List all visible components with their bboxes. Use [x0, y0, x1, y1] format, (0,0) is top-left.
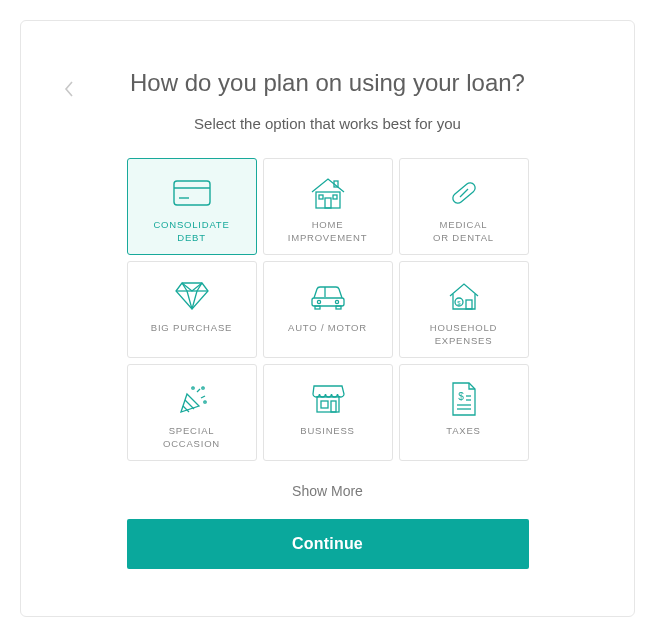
home-coin-icon: $: [444, 276, 484, 316]
option-household-expenses[interactable]: $ HOUSEHOLD EXPENSES: [399, 261, 529, 358]
svg-marker-10: [176, 283, 208, 309]
page-title: How do you plan on using your loan?: [61, 69, 594, 97]
option-label: BIG PURCHASE: [151, 322, 232, 335]
car-icon: [308, 276, 348, 316]
tax-doc-icon: $: [449, 379, 479, 419]
svg-line-24: [201, 396, 205, 398]
svg-point-25: [201, 387, 203, 389]
option-label: HOUSEHOLD EXPENSES: [430, 322, 497, 348]
svg-rect-4: [325, 198, 331, 208]
party-icon: [175, 379, 209, 419]
option-label: BUSINESS: [300, 425, 354, 438]
option-special-occasion[interactable]: SPECIAL OCCASION: [127, 364, 257, 461]
show-more-button[interactable]: Show More: [61, 483, 594, 499]
svg-rect-6: [333, 195, 337, 199]
svg-rect-29: [321, 401, 328, 408]
option-home-improvement[interactable]: HOME IMPROVEMENT: [263, 158, 393, 255]
svg-line-21: [185, 400, 194, 409]
svg-rect-13: [336, 306, 341, 309]
credit-card-icon: [173, 173, 211, 213]
svg-rect-12: [315, 306, 320, 309]
option-business[interactable]: BUSINESS: [263, 364, 393, 461]
svg-point-26: [191, 387, 193, 389]
option-label: HOME IMPROVEMENT: [288, 219, 368, 245]
svg-rect-0: [174, 181, 210, 205]
svg-text:$: $: [458, 391, 464, 402]
option-consolidate-debt[interactable]: CONSOLIDATE DEBT: [127, 158, 257, 255]
continue-button[interactable]: Continue: [127, 519, 529, 569]
pill-icon: [447, 173, 481, 213]
svg-point-14: [317, 300, 320, 303]
page-subtitle: Select the option that works best for yo…: [61, 115, 594, 132]
option-label: MEDICAL OR DENTAL: [433, 219, 494, 245]
option-auto-motor[interactable]: AUTO / MOTOR: [263, 261, 393, 358]
option-grid: CONSOLIDATE DEBT HOME IMPROVEMENT: [61, 158, 594, 461]
svg-marker-20: [181, 394, 199, 412]
option-label: TAXES: [446, 425, 480, 438]
svg-point-27: [203, 401, 205, 403]
option-taxes[interactable]: $ TAXES: [399, 364, 529, 461]
svg-line-23: [197, 389, 200, 392]
svg-text:$: $: [457, 300, 461, 306]
option-label: CONSOLIDATE DEBT: [153, 219, 229, 245]
diamond-icon: [174, 276, 210, 316]
back-button[interactable]: [59, 79, 79, 99]
svg-rect-5: [319, 195, 323, 199]
svg-point-15: [335, 300, 338, 303]
chevron-left-icon: [63, 80, 75, 98]
svg-rect-30: [331, 401, 336, 412]
svg-rect-17: [466, 300, 472, 309]
option-label: SPECIAL OCCASION: [163, 425, 220, 451]
option-label: AUTO / MOTOR: [288, 322, 367, 335]
option-medical-dental[interactable]: MEDICAL OR DENTAL: [399, 158, 529, 255]
house-icon: [308, 173, 348, 213]
option-big-purchase[interactable]: BIG PURCHASE: [127, 261, 257, 358]
svg-line-9: [460, 189, 468, 197]
shop-icon: [309, 379, 347, 419]
